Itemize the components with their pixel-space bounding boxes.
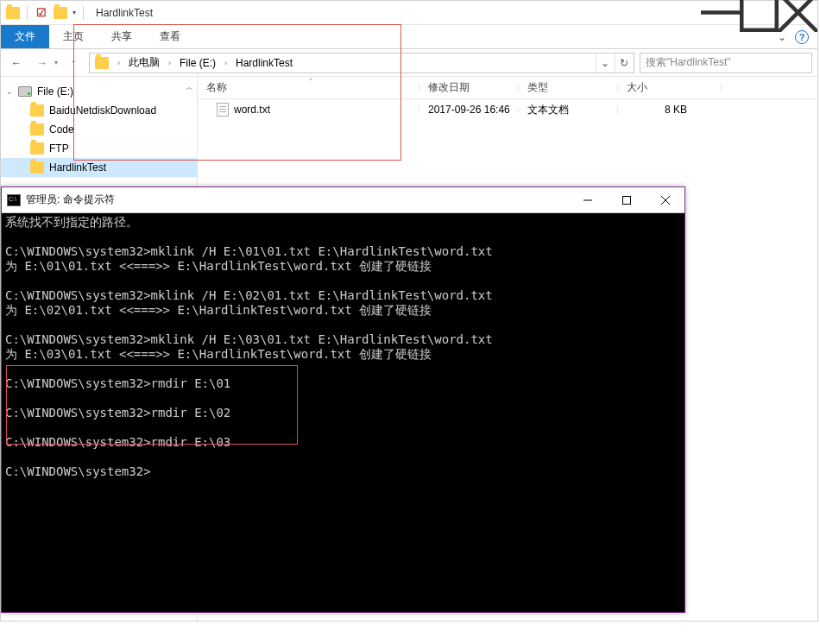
folder-icon — [6, 6, 20, 20]
folder-icon — [30, 161, 44, 174]
properties-icon[interactable]: ☑ — [35, 6, 48, 20]
minimize-button[interactable] — [701, 1, 740, 25]
nav-tree-item[interactable]: FTP — [1, 139, 197, 158]
nav-forward-button[interactable]: → — [32, 53, 53, 73]
file-date-cell: 2017-09-26 16:46 — [419, 104, 519, 116]
nav-tree-item-label: BaiduNetdiskDownload — [49, 104, 156, 117]
scroll-up-icon[interactable]: ︿ — [186, 82, 193, 93]
column-header-type[interactable]: 类型 — [519, 80, 618, 95]
nav-tree-drive[interactable]: ⌄ File (E:) — [1, 82, 197, 101]
explorer-titlebar: ☑ ▾ HardlinkTest — [1, 1, 817, 25]
file-name-cell: word.txt — [198, 103, 419, 117]
close-button[interactable] — [646, 187, 684, 212]
column-headers: ˄ 名称 修改日期 类型 大小 — [198, 77, 817, 99]
maximize-button[interactable] — [740, 1, 779, 25]
file-type-cell: 文本文档 — [519, 103, 618, 117]
refresh-icon[interactable]: ↻ — [615, 54, 632, 73]
chevron-right-icon[interactable]: › — [165, 59, 174, 67]
sort-asc-icon: ˄ — [309, 78, 312, 85]
close-button[interactable] — [779, 1, 817, 25]
help-icon[interactable]: ? — [795, 30, 809, 44]
folder-icon — [30, 142, 44, 155]
search-placeholder: 搜索"HardlinkTest" — [646, 55, 731, 70]
qat-customize-icon[interactable]: ▾ — [73, 9, 76, 16]
cmd-titlebar: 管理员: 命令提示符 — [2, 187, 684, 213]
column-header-date[interactable]: 修改日期 — [419, 80, 519, 95]
column-header-size[interactable]: 大小 — [618, 80, 722, 95]
cmd-window: 管理员: 命令提示符 系统找不到指定的路径。 C:\WINDOWS\system… — [1, 186, 685, 613]
window-controls — [701, 1, 817, 25]
folder-icon[interactable] — [54, 6, 67, 20]
search-input[interactable]: 搜索"HardlinkTest" — [640, 53, 812, 73]
nav-tree-item-current[interactable]: HardlinkTest — [1, 158, 197, 177]
nav-tree-item[interactable]: Code — [1, 120, 197, 139]
breadcrumb-this-pc[interactable]: 此电脑 — [125, 54, 163, 73]
nav-history-icon[interactable]: ▾ — [54, 59, 58, 66]
window-title: HardlinkTest — [96, 7, 153, 19]
breadcrumb[interactable]: › 此电脑 › File (E:) › HardlinkTest ⌄ ↻ — [89, 53, 634, 73]
ribbon-tab-home[interactable]: 主页 — [49, 25, 98, 48]
breadcrumb-folder[interactable]: HardlinkTest — [232, 54, 296, 73]
cmd-output[interactable]: 系统找不到指定的路径。 C:\WINDOWS\system32>mklink /… — [2, 213, 684, 612]
ribbon-expand-icon[interactable]: ⌄ — [769, 25, 795, 48]
address-dropdown-icon[interactable]: ⌄ — [596, 54, 613, 73]
ribbon-tab-share[interactable]: 共享 — [98, 25, 146, 48]
breadcrumb-drive[interactable]: File (E:) — [176, 54, 219, 73]
nav-tree-item-label: FTP — [49, 142, 69, 155]
nav-back-button[interactable]: ← — [6, 53, 27, 73]
text-file-icon — [217, 103, 229, 117]
column-header-name[interactable]: ˄ 名称 — [198, 80, 419, 95]
cmd-icon — [7, 194, 21, 206]
file-row[interactable]: word.txt 2017-09-26 16:46 文本文档 8 KB — [198, 99, 817, 120]
qat-divider — [27, 6, 28, 20]
quick-access-toolbar: ☑ ▾ HardlinkTest — [1, 6, 153, 20]
breadcrumb-root-icon[interactable] — [91, 54, 112, 73]
nav-tree-item[interactable]: BaiduNetdiskDownload — [1, 101, 197, 120]
nav-tree-drive-label: File (E:) — [37, 85, 73, 98]
chevron-right-icon[interactable]: › — [114, 59, 123, 67]
folder-icon — [30, 104, 44, 117]
svg-rect-1 — [622, 196, 630, 204]
ribbon-tabs: 文件 主页 共享 查看 ⌄ ? — [1, 25, 817, 49]
drive-icon — [18, 86, 32, 97]
address-bar: ← → ▾ ↑ › 此电脑 › File (E:) › HardlinkTest… — [1, 49, 817, 77]
file-size-cell: 8 KB — [618, 104, 722, 116]
ribbon-tab-file[interactable]: 文件 — [1, 25, 49, 48]
nav-tree-item-label: Code — [49, 123, 74, 136]
chevron-right-icon[interactable]: › — [221, 59, 230, 67]
cmd-title: 管理员: 命令提示符 — [26, 193, 115, 207]
nav-tree-item-label: HardlinkTest — [49, 161, 106, 174]
ribbon-tab-view[interactable]: 查看 — [146, 25, 194, 48]
maximize-button[interactable] — [607, 187, 646, 212]
collapse-icon[interactable]: ⌄ — [6, 87, 13, 96]
qat-divider — [83, 6, 84, 20]
minimize-button[interactable] — [568, 187, 607, 212]
window-controls — [568, 187, 684, 212]
file-name: word.txt — [234, 104, 270, 116]
folder-icon — [30, 123, 44, 136]
nav-up-button[interactable]: ↑ — [63, 53, 84, 73]
